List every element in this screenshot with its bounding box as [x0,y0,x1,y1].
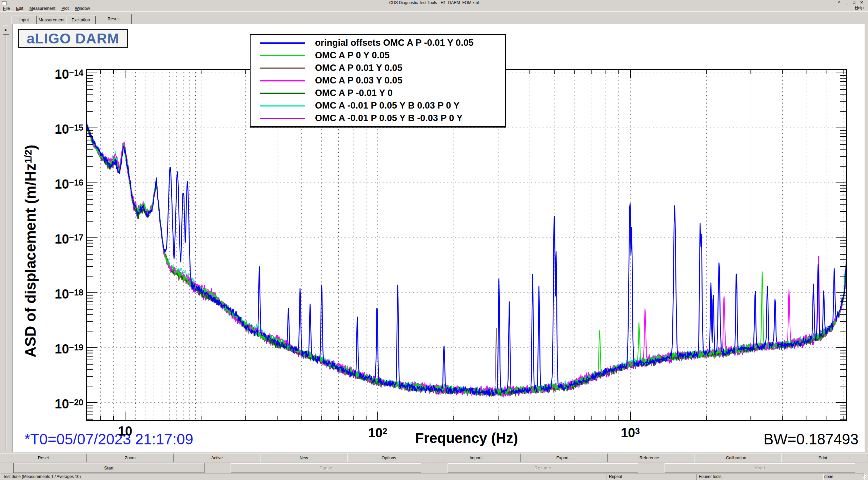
reference-button[interactable]: Reference... [608,454,694,462]
tab-input[interactable]: Input [12,16,37,24]
y-tick-label: 10−19 [39,341,83,356]
y-tick-label: 10−20 [39,396,83,410]
pane-splitter-line[interactable] [5,35,6,450]
legend-row: OMC A P 0.03 Y 0.05 [251,74,505,87]
tab-strip: InputMeasurementExcitationResult [5,14,412,24]
y-tick-label: 10−15 [39,121,83,136]
minimize-button[interactable]: _ [844,0,850,5]
legend-row: OMC A P 0 Y 0.05 [251,49,505,62]
app-window: { "window": { "title": "CDS Diagnostic T… [0,0,868,480]
legend-row: OMC A P 0.01 Y 0.05 [251,62,505,74]
maximize-button[interactable]: □ [851,0,857,5]
legend-series-label: OMC A P 0.01 Y 0.05 [315,63,402,73]
y-tick-label: 10−17 [39,231,83,246]
legend-line-sample [260,93,305,94]
menu-bar: FileEditMeasurementPlotWindowHelp [0,5,868,11]
legend-series-label: OMC A P -0.01 Y 0 [315,88,393,98]
pane-splitter-button[interactable]: ▶ [3,25,9,35]
options-button[interactable]: Options... [347,454,434,462]
menubar-divider [0,11,868,12]
close-button[interactable]: ✕ [859,0,865,5]
legend-series-label: oringial offsets OMC A P -0.01 Y 0.05 [315,38,474,48]
status-field-1: Repeat [607,474,698,480]
y-axis-label: ASD of displacement (m/Hz1/2) [22,115,39,387]
plot-toolbar: ResetZoomActiveNewOptions...Import...Exp… [0,453,868,463]
legend-row: OMC A -0.01 P 0.05 Y B 0.03 P 0 Y [251,99,505,112]
legend-line-sample [260,42,305,44]
tab-result[interactable]: Result [96,14,132,24]
x-tick-label: 103 [603,425,657,439]
active-button[interactable]: Active [174,454,260,462]
status-field-2: Fourier tools [696,474,824,480]
legend-series-label: OMC A P 0 Y 0.05 [315,50,390,61]
reset-button[interactable]: Reset [0,454,87,462]
legend-line-sample [260,68,305,69]
status-bar: Test done (Measurements 1 / Averages 10)… [0,474,868,480]
y-tick-label: 10−16 [39,176,83,191]
y-tick-label: 10−14 [39,66,83,81]
menu-help[interactable]: Help [852,5,867,11]
new-button[interactable]: New [260,454,347,462]
tab-excitation[interactable]: Excitation [66,16,95,24]
shade-button[interactable]: ^ [836,0,842,5]
legend-series-label: OMC A -0.01 P 0.05 Y B 0.03 P 0 Y [315,100,459,111]
pause-button: Pause [231,463,421,473]
legend-row: OMC A -0.01 P 0.05 Y B -0.03 P 0 Y [251,112,505,124]
y-tick-label: 10−18 [39,286,83,301]
import-button[interactable]: Import... [434,454,521,462]
title-bar[interactable]: CDS Diagnostic Test Tools - H1_DARM_FOM.… [0,0,868,5]
print-button[interactable]: Print... [781,454,868,462]
export-button[interactable]: Export... [521,454,608,462]
abort-button: Abort [665,463,855,473]
legend-line-sample [260,55,305,56]
legend-row: OMC A P -0.01 Y 0 [251,87,505,99]
window-title: CDS Diagnostic Test Tools - H1_DARM_FOM.… [0,0,868,5]
calibration-button[interactable]: Calibration... [694,454,781,462]
tab-measurement[interactable]: Measurement [37,16,66,24]
legend-series-label: OMC A P 0.03 Y 0.05 [315,75,402,86]
x-axis-label: Frequency (Hz) [389,430,545,446]
start-button[interactable]: Start [14,463,204,473]
legend-row: oringial offsets OMC A P -0.01 Y 0.05 [251,37,505,49]
plot-title-badge: aLIGO DARM [18,29,128,48]
status-field-0: Test done (Measurements 1 / Averages 10) [1,474,608,480]
plot-legend: oringial offsets OMC A P -0.01 Y 0.05OMC… [250,34,506,128]
legend-line-sample [260,105,305,107]
status-field-3: done [822,474,865,480]
x-tick-label: 102 [351,425,405,439]
measurement-controls: StartPauseResumeAbort [0,463,868,473]
bandwidth-value: BW=0.187493 [689,431,859,448]
legend-line-sample [260,80,305,81]
resume-button: Resume [448,463,638,473]
x-tick-label: 10 [98,425,152,438]
legend-series-label: OMC A -0.01 P 0.05 Y B -0.03 P 0 Y [315,113,462,123]
legend-line-sample [260,118,305,119]
zoom-button[interactable]: Zoom [87,454,174,462]
